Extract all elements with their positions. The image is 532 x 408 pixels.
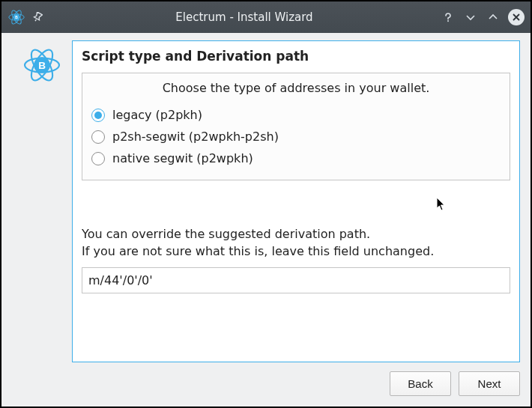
app-window: B Electrum - Install Wizard (1, 1, 531, 407)
panel-heading: Script type and Derivation path (82, 49, 510, 64)
minimize-icon[interactable] (463, 10, 478, 25)
address-type-group: Choose the type of addresses in your wal… (82, 73, 510, 180)
wizard-buttons: Back Next (12, 362, 520, 396)
radio-option-native-segwit[interactable]: native segwit (p2wpkh) (91, 147, 501, 169)
radio-option-legacy[interactable]: legacy (p2pkh) (91, 104, 501, 126)
content-area: B Script type and Derivation path Choose… (1, 33, 531, 407)
next-button[interactable]: Next (459, 371, 520, 396)
back-button[interactable]: Back (390, 371, 451, 396)
derivation-path-input[interactable] (82, 267, 510, 293)
hint-line: You can override the suggested derivatio… (82, 225, 510, 243)
address-type-prompt: Choose the type of addresses in your wal… (91, 81, 501, 95)
radio-label: legacy (p2pkh) (112, 108, 202, 122)
radio-label: p2sh-segwit (p2wpkh-p2sh) (112, 130, 279, 144)
pin-icon[interactable] (30, 10, 45, 25)
derivation-hint: You can override the suggested derivatio… (82, 225, 510, 260)
window-title: Electrum - Install Wizard (48, 10, 441, 24)
help-icon[interactable] (441, 10, 456, 25)
titlebar: B Electrum - Install Wizard (1, 1, 531, 33)
radio-option-p2sh-segwit[interactable]: p2sh-segwit (p2wpkh-p2sh) (91, 126, 501, 147)
close-icon[interactable] (508, 9, 525, 25)
radio-icon (91, 109, 105, 122)
radio-icon (91, 130, 105, 144)
svg-text:B: B (15, 16, 18, 19)
svg-text:B: B (38, 60, 46, 71)
wizard-panel: Script type and Derivation path Choose t… (72, 40, 520, 362)
wizard-logo: B (12, 40, 72, 362)
window-controls (441, 9, 525, 25)
maximize-icon[interactable] (486, 10, 501, 25)
hint-line: If you are not sure what this is, leave … (82, 243, 510, 260)
radio-icon (91, 152, 105, 165)
app-icon: B (7, 8, 25, 26)
radio-label: native segwit (p2wpkh) (112, 151, 253, 165)
